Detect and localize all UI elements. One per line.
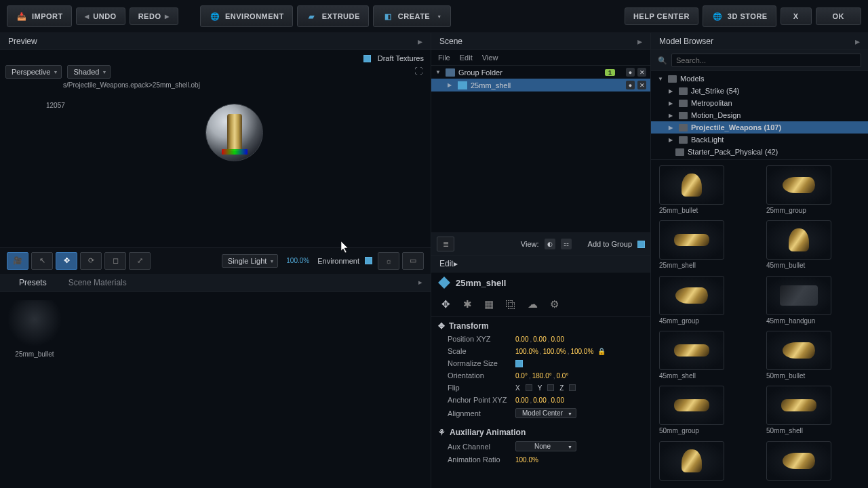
import-button[interactable]: 📥IMPORT: [7, 5, 72, 27]
asset-item[interactable]: [766, 441, 860, 483]
tree-vis-icon[interactable]: ●: [626, 68, 635, 77]
edit-hierarchy-tab[interactable]: ⿻: [503, 297, 518, 312]
extrude-button[interactable]: ▰EXTRUDE: [297, 5, 369, 27]
rotate-tool[interactable]: ⟳: [80, 252, 102, 270]
scene-menu-file[interactable]: File: [438, 54, 450, 62]
asset-item[interactable]: 45mm_bullet: [766, 220, 860, 270]
flip-z-checkbox[interactable]: [569, 384, 576, 391]
undo-button[interactable]: ◀UNDO: [76, 7, 125, 25]
prop-anim-ratio-value[interactable]: 100.0%: [515, 456, 538, 464]
camera-tool[interactable]: 🎥: [7, 252, 28, 270]
btree-row[interactable]: ▶Motion_Design: [651, 109, 868, 121]
layer-icon[interactable]: ≣: [437, 237, 454, 251]
alignment-select[interactable]: Model Center: [515, 408, 576, 418]
tree-expand-icon[interactable]: ▶: [669, 100, 675, 106]
projection-select[interactable]: Perspective: [5, 65, 62, 79]
aux-section-header[interactable]: ⚘Auxiliary Animation: [431, 426, 650, 439]
view-filter-icon[interactable]: ⚏: [561, 239, 572, 249]
asset-item[interactable]: 25mm_group: [766, 165, 860, 215]
expand-viewport-icon[interactable]: ⛶: [414, 66, 422, 76]
asset-item[interactable]: 45mm_shell: [659, 331, 753, 380]
material-item[interactable]: 25mm_bullet: [8, 300, 61, 481]
prop-orientation-value[interactable]: 0.0°,180.0°,0.0°: [515, 372, 568, 380]
search-input[interactable]: [671, 54, 861, 67]
scene-collapse-icon[interactable]: ▸: [637, 36, 642, 47]
close-button[interactable]: X: [781, 7, 812, 25]
tree-row-model[interactable]: ▶ 25mm_shell ●✕: [431, 79, 650, 92]
lock-icon[interactable]: 🔒: [597, 348, 606, 355]
tree-vis-icon[interactable]: ●: [626, 81, 635, 89]
edit-collapse-icon[interactable]: ▸: [454, 259, 458, 268]
asset-item[interactable]: 25mm_shell: [659, 220, 753, 270]
view-mode-icon[interactable]: ◐: [545, 239, 555, 249]
flip-x-checkbox[interactable]: [526, 384, 532, 391]
scene-menu-view[interactable]: View: [482, 54, 498, 62]
scene-menu-edit[interactable]: Edit: [460, 54, 473, 62]
btree-row[interactable]: ▶Metropolitan: [651, 97, 868, 109]
prop-scale-value[interactable]: 100.0%,100.0%,100.0%: [515, 348, 593, 355]
properties-panel: ✥Transform Position XYZ0.00,0.00,0.00 Sc…: [431, 317, 650, 488]
asset-item[interactable]: 50mm_bullet: [766, 331, 860, 380]
tab-scene-materials[interactable]: Scene Materials: [58, 274, 138, 291]
3d-viewport[interactable]: Perspective Shaded ⛶ s/Projectile_Weapon…: [5, 66, 425, 247]
create-button[interactable]: ◧CREATE: [373, 5, 451, 27]
environment-checkbox[interactable]: [365, 257, 372, 264]
add-to-group-checkbox[interactable]: [637, 241, 645, 248]
normalize-checkbox[interactable]: [515, 360, 523, 367]
asset-item[interactable]: 50mm_group: [659, 386, 753, 435]
edit-render-tab[interactable]: ☁: [525, 297, 540, 312]
asset-item[interactable]: 45mm_group: [659, 276, 753, 325]
asset-item[interactable]: 45mm_handgun: [766, 276, 860, 325]
asset-item[interactable]: 25mm_bullet: [659, 165, 753, 215]
asset-thumb: [766, 220, 831, 260]
tree-close-icon[interactable]: ✕: [637, 81, 646, 89]
env-sun-icon[interactable]: ☼: [378, 252, 399, 270]
aux-channel-select[interactable]: None: [515, 441, 576, 451]
flip-y-checkbox[interactable]: [547, 384, 554, 391]
btree-row[interactable]: ▶Jet_Strike (54): [651, 85, 868, 97]
scene-footer-bar: ≣ View: ◐ ⚏ Add to Group: [431, 232, 650, 256]
shading-select[interactable]: Shaded: [67, 65, 111, 79]
select-tool[interactable]: ↖: [31, 252, 53, 270]
3d-store-button[interactable]: 🌐3D STORE: [703, 5, 776, 27]
draft-textures-checkbox[interactable]: [363, 55, 371, 62]
asset-thumb: [766, 386, 831, 425]
tree-expand-icon[interactable]: ▶: [669, 137, 675, 143]
scale-tool[interactable]: ◻: [104, 252, 126, 270]
tree-expand-icon[interactable]: ▼: [658, 76, 665, 82]
light-intensity-value[interactable]: 100.0%: [286, 257, 309, 264]
model-gizmo-sphere[interactable]: [205, 104, 263, 161]
tree-expand-icon[interactable]: ▶: [669, 88, 675, 94]
btree-row[interactable]: Starter_Pack_Physical (42): [651, 146, 868, 158]
asset-item[interactable]: 50mm_shell: [766, 386, 860, 435]
tree-close-icon[interactable]: ✕: [637, 68, 646, 77]
move-tool[interactable]: ✥: [56, 252, 77, 270]
tree-expand-icon[interactable]: ▼: [435, 69, 442, 75]
tree-expand-icon[interactable]: ▶: [448, 82, 454, 88]
edit-gear-tab[interactable]: ⚙: [547, 297, 561, 312]
env-screen-icon[interactable]: ▭: [402, 252, 424, 270]
axis-tool[interactable]: ⤢: [129, 252, 151, 270]
browser-collapse-icon[interactable]: ▸: [855, 36, 860, 47]
environment-button[interactable]: 🌐ENVIRONMENT: [200, 5, 293, 27]
lighting-select[interactable]: Single Light: [222, 254, 279, 268]
btree-row[interactable]: ▶BackLight: [651, 134, 868, 146]
materials-collapse-icon[interactable]: ▸: [418, 278, 422, 287]
tree-row-group[interactable]: ▼ Group Folder 1 ●✕: [431, 66, 650, 79]
btree-row[interactable]: ▶Projectile_Weapons (107): [651, 121, 868, 134]
ok-button[interactable]: OK: [816, 7, 862, 25]
tree-expand-icon[interactable]: ▶: [669, 125, 675, 131]
prop-position-value[interactable]: 0.00,0.00,0.00: [515, 336, 564, 343]
redo-button[interactable]: REDO▶: [130, 7, 178, 25]
edit-move-tab[interactable]: ✥: [438, 297, 453, 312]
help-center-button[interactable]: HELP CENTER: [625, 7, 698, 25]
btree-row[interactable]: ▼Models: [651, 73, 868, 85]
prop-anchor-value[interactable]: 0.00,0.00,0.00: [515, 396, 564, 404]
edit-settings-tab[interactable]: ✱: [460, 297, 475, 312]
transform-section-header[interactable]: ✥Transform: [431, 319, 650, 333]
edit-texture-tab[interactable]: ▦: [481, 297, 496, 312]
tree-expand-icon[interactable]: ▶: [669, 113, 675, 119]
tab-presets[interactable]: Presets: [8, 274, 58, 291]
preview-collapse-icon[interactable]: ▸: [418, 36, 422, 47]
asset-item[interactable]: [659, 441, 753, 483]
